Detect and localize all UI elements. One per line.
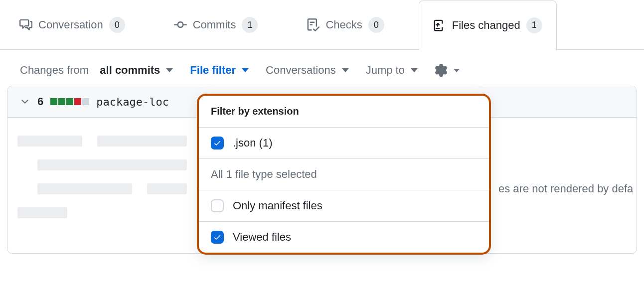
checkbox-unchecked-icon[interactable] [211, 199, 224, 212]
comment-discussion-icon [19, 18, 32, 31]
tab-counter: 0 [109, 17, 125, 33]
changes-from-menu[interactable]: Changes from all commits [20, 64, 173, 77]
option-label: Only manifest files [233, 199, 322, 212]
checklist-icon [307, 18, 320, 31]
checkbox-checked-icon[interactable] [211, 231, 224, 244]
caret-down-icon [166, 68, 173, 72]
tab-counter: 1 [526, 17, 542, 33]
file-filter-dropdown: Filter by extension .json (1) All 1 file… [197, 94, 491, 255]
file-diff-icon [433, 19, 446, 32]
tab-counter: 1 [242, 17, 258, 33]
conversations-menu[interactable]: Conversations [266, 64, 349, 77]
tab-commits[interactable]: Commits 1 [160, 5, 273, 44]
tab-label: Files changed [452, 19, 520, 32]
caret-down-icon [342, 68, 349, 72]
skeleton-block [17, 207, 67, 218]
caret-down-icon [454, 69, 460, 72]
diffstat-del-block [74, 98, 81, 105]
tab-label: Commits [193, 18, 236, 31]
file-filter-menu[interactable]: File filter [190, 64, 249, 77]
tab-label: Checks [325, 18, 362, 31]
diffstat-add-block [66, 98, 73, 105]
tab-conversation[interactable]: Conversation 0 [5, 5, 140, 44]
skeleton-block [37, 183, 132, 194]
conversations-label: Conversations [266, 64, 336, 77]
tab-label: Conversation [38, 18, 103, 31]
filename[interactable]: package-loc [96, 96, 169, 108]
checkbox-checked-icon[interactable] [211, 137, 224, 149]
render-warning: es are not rendered by defa [498, 182, 633, 195]
dropdown-header: Filter by extension [199, 96, 489, 128]
git-commit-icon [174, 18, 187, 31]
diff-toolbar: Changes from all commits File filter Con… [0, 50, 644, 86]
skeleton-block [17, 136, 82, 147]
caret-down-icon [411, 68, 418, 72]
filter-only-manifest-option[interactable]: Only manifest files [199, 190, 489, 222]
skeleton-block [37, 159, 187, 170]
chevron-down-icon[interactable] [19, 96, 30, 107]
jump-to-menu[interactable]: Jump to [366, 64, 418, 77]
diffstat-add-block [58, 98, 65, 105]
selection-summary: All 1 file type selected [199, 159, 489, 190]
tab-counter: 0 [368, 17, 384, 33]
diff-settings-menu[interactable] [435, 64, 460, 77]
filter-extension-option[interactable]: .json (1) [199, 128, 489, 159]
changes-from-value: all commits [100, 64, 160, 77]
gear-icon [435, 64, 448, 77]
skeleton-block [147, 183, 187, 194]
tab-files-changed[interactable]: Files changed 1 [419, 0, 557, 50]
change-count: 6 [37, 95, 43, 108]
caret-down-icon [242, 68, 249, 72]
skeleton-block [97, 136, 187, 147]
diffstat-neutral-block [82, 98, 89, 105]
file-filter-label: File filter [190, 64, 236, 77]
filter-viewed-files-option[interactable]: Viewed files [199, 222, 489, 253]
diffstat-add-block [50, 98, 57, 105]
pr-tabnav: Conversation 0 Commits 1 Checks 0 Files … [0, 0, 644, 50]
jump-to-label: Jump to [366, 64, 405, 77]
changes-from-prefix: Changes from [20, 64, 89, 77]
tab-checks[interactable]: Checks 0 [292, 5, 398, 44]
option-label: .json (1) [233, 137, 272, 149]
diffstat [50, 98, 89, 105]
option-label: Viewed files [233, 231, 291, 244]
